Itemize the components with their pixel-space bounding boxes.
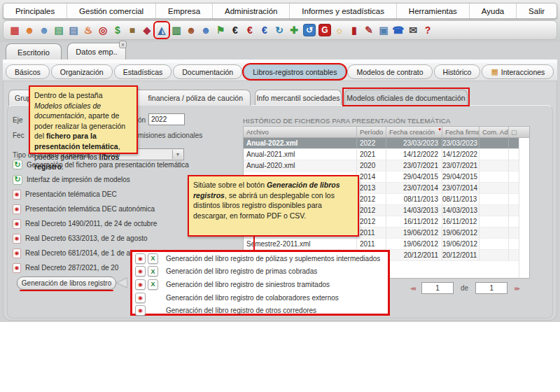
cell-fecha-creacion: 14/12/2022: [386, 149, 442, 160]
broker-icon[interactable]: ☻: [184, 22, 198, 38]
briefcase-icon[interactable]: ■: [125, 22, 139, 38]
cell-checkbox[interactable]: [509, 149, 519, 160]
section-tab[interactable]: Estadísticas: [114, 64, 172, 79]
phone-icon[interactable]: ☎: [391, 22, 405, 38]
dropdown-item-label: Generación del libro registro de otros c…: [166, 307, 316, 314]
sync-teal-icon[interactable]: ↻: [272, 22, 286, 38]
next-last-page-icon[interactable]: ▸▸: [514, 284, 519, 292]
section-tab[interactable]: Básicos: [6, 64, 50, 79]
bag-icon[interactable]: ◆: [140, 22, 154, 38]
cell-archivo: Anual-2022.xml: [244, 138, 357, 148]
tab-escritorio[interactable]: Escritorio: [6, 43, 62, 60]
dropdown-item[interactable]: Generación del libro registro de colabor…: [132, 291, 388, 304]
report-icon[interactable]: ▣: [377, 22, 391, 38]
exit-icon[interactable]: ⚑: [214, 22, 227, 38]
bulb-icon[interactable]: ☼: [332, 22, 346, 38]
menu-item[interactable]: Salir: [517, 4, 556, 18]
gallery-blue-icon[interactable]: ▤: [66, 22, 80, 38]
company-icon[interactable]: ◭: [155, 22, 169, 38]
cell-com-adic: [479, 216, 509, 227]
cell-checkbox[interactable]: [509, 250, 519, 260]
column-header-fecha-firma[interactable]: Fecha firma: [442, 127, 479, 137]
column-header-fecha-creacion[interactable]: Fecha creación▾: [386, 127, 442, 137]
shield-euro-icon[interactable]: ✚: [287, 22, 301, 38]
euro-blue-icon[interactable]: €: [258, 22, 272, 38]
table-row[interactable]: Anual-2021.xml 2021 14/12/2022 14/12/202…: [244, 149, 519, 160]
help-icon[interactable]: ?: [421, 22, 435, 38]
cell-periodo: 2011: [357, 239, 386, 249]
person-blue-icon[interactable]: ☻: [37, 22, 51, 38]
cell-checkbox[interactable]: [509, 194, 519, 204]
cell-periodo: 2013: [357, 183, 386, 193]
cell-checkbox[interactable]: [509, 138, 519, 148]
dart-icon[interactable]: ◎: [96, 22, 110, 38]
cell-checkbox[interactable]: [509, 216, 519, 227]
column-header-checkbox-icon[interactable]: ▢: [509, 127, 519, 137]
menu-item[interactable]: Informes y estadísticas: [290, 4, 397, 18]
table-row[interactable]: Semestre2-2011.xml 2011 19/06/2012 19/06…: [244, 239, 519, 250]
menu-item[interactable]: Administración: [213, 4, 290, 18]
pagination-of-label: de: [461, 284, 468, 292]
ejercicio-label-end: ón: [138, 116, 146, 124]
section-tab-label: Libros-registros contables: [253, 68, 337, 76]
table-scrollbar[interactable]: [519, 138, 529, 278]
action-link-label: Presentación telématica DEC: [25, 190, 117, 198]
first-prev-page-icon[interactable]: ◂◂: [410, 284, 414, 292]
section-tab-label: Documentación: [182, 68, 233, 76]
cell-checkbox[interactable]: [509, 205, 519, 216]
g-icon[interactable]: G: [318, 24, 331, 36]
cell-checkbox[interactable]: [509, 239, 519, 249]
gallery-green-icon[interactable]: ▤: [52, 22, 66, 38]
generacion-libros-registro-button[interactable]: Generación de libros registro: [17, 276, 116, 290]
tab-datos-empresa-label: Datos emp..: [76, 48, 117, 56]
menu-item[interactable]: Principales: [4, 4, 67, 18]
section-tab-label: Organización: [60, 68, 104, 76]
section-tab[interactable]: Modelos de contrato: [347, 64, 432, 79]
client-icon[interactable]: ☻: [199, 22, 213, 38]
dropdown-item[interactable]: Generación del libro registro de primas …: [132, 265, 388, 279]
pdf-icon: [13, 190, 21, 200]
dropdown-item[interactable]: Generación del libro registro de siniest…: [132, 278, 388, 291]
menu-item[interactable]: Ayuda: [470, 4, 517, 18]
menu-item[interactable]: Herramientas: [397, 4, 470, 18]
ledger-icon[interactable]: ▮: [347, 22, 361, 38]
total-pages-input[interactable]: [475, 282, 507, 294]
table-row[interactable]: Anual-2022.xml 2022 23/03/2023 23/03/202…: [244, 138, 519, 149]
tab-datos-empresa[interactable]: Datos emp.. x: [67, 43, 126, 59]
subtab-info-mercantil[interactable]: Info mercantil sociedades: [255, 90, 342, 106]
column-header-periodo[interactable]: Período: [357, 127, 386, 137]
dropdown-item[interactable]: Generación del libro registro de otros c…: [132, 304, 388, 317]
cell-checkbox[interactable]: [509, 227, 519, 238]
fecha-label-start: Fec: [13, 132, 24, 139]
table-row[interactable]: Anual-2020.xml 2020 23/07/2021 23/07/202…: [244, 160, 519, 172]
menu-item[interactable]: Empresa: [156, 4, 213, 18]
menu-item[interactable]: Gestión comercial: [67, 4, 156, 18]
currency-black-icon[interactable]: €: [228, 22, 242, 38]
ejercicio-input[interactable]: [148, 113, 185, 125]
section-tab[interactable]: Histórico: [434, 64, 481, 79]
person-euro-icon[interactable]: €: [243, 22, 257, 38]
section-tab[interactable]: Documentación: [173, 64, 242, 79]
note-icon[interactable]: ✎: [362, 22, 376, 38]
cube-icon[interactable]: ▦: [8, 22, 22, 38]
cell-checkbox[interactable]: [509, 160, 519, 171]
cell-fecha-creacion: 08/11/2013: [386, 194, 442, 204]
page-input[interactable]: [421, 282, 454, 294]
section-tab[interactable]: Organización: [51, 64, 113, 79]
cell-checkbox[interactable]: [509, 183, 519, 193]
cell-checkbox[interactable]: [509, 172, 519, 182]
sync-square-icon[interactable]: ↺: [303, 24, 316, 36]
section-tab[interactable]: Libros-registros contables: [244, 64, 346, 79]
building-icon[interactable]: ▥: [169, 22, 183, 38]
flame-icon[interactable]: ♨: [81, 22, 95, 38]
column-header-archivo[interactable]: Archivo: [244, 127, 357, 137]
dropdown-item[interactable]: Generación del libro registro de pólizas…: [132, 252, 388, 265]
section-tab[interactable]: Interacciones: [482, 64, 554, 79]
cell-fecha-firma: 19/06/2012: [442, 227, 479, 238]
money-icon[interactable]: $: [111, 22, 125, 38]
person-orange-icon[interactable]: ☻: [22, 22, 36, 38]
column-header-com-adic[interactable]: Com. Adic: [479, 127, 509, 137]
mailbox-icon[interactable]: ✉: [406, 22, 420, 38]
close-icon[interactable]: x: [119, 41, 127, 48]
section-tab-label: Básicos: [15, 68, 41, 76]
